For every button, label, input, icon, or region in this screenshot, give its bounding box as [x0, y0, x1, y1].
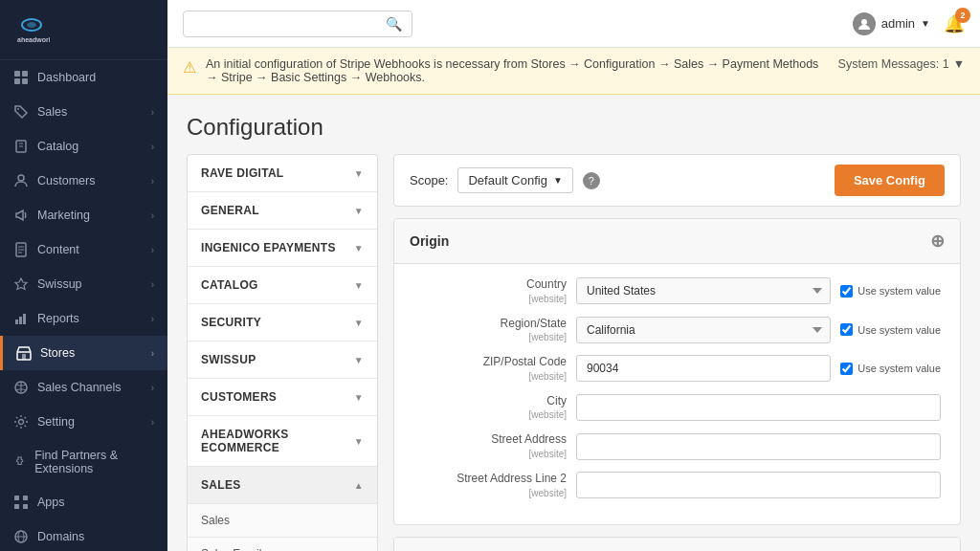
sidebar-item-label: Domains	[37, 530, 84, 543]
city-row: City [website]	[413, 394, 941, 422]
street1-input[interactable]	[576, 433, 941, 460]
street2-input[interactable]	[576, 472, 941, 498]
sidebar-item-find-partners[interactable]: Find Partners & Extensions	[0, 439, 167, 485]
city-input[interactable]	[576, 394, 941, 421]
scope-dropdown[interactable]: Default Config ▼	[457, 167, 572, 193]
scope-left: Scope: Default Config ▼ ?	[410, 167, 600, 193]
search-box[interactable]: 🔍	[183, 11, 412, 37]
chevron-right-icon: ›	[151, 210, 154, 221]
file-icon	[13, 242, 29, 257]
panel-item-rave-digital[interactable]: RAVE DIGITAL ▼	[188, 155, 377, 192]
store-icon	[16, 345, 32, 361]
panel-item-swissup[interactable]: SWISSUP ▼	[188, 342, 377, 379]
chevron-down-icon: ▼	[354, 206, 364, 216]
chevron-right-icon: ›	[151, 383, 154, 393]
config-layout: RAVE DIGITAL ▼ GENERAL ▼ INGENICO EPAYME…	[167, 154, 980, 551]
sidebar-nav: Dashboard Sales › Catalog › Customers	[0, 60, 167, 551]
save-config-button[interactable]: Save Config	[835, 165, 945, 196]
sidebar-item-apps[interactable]: Apps	[0, 485, 167, 519]
sidebar-item-stores[interactable]: Stores ›	[0, 336, 167, 370]
panel-item-aheadworks[interactable]: AHEADWORKS ECOMMERCE ▼	[188, 416, 377, 467]
chevron-down-icon: ▼	[921, 18, 930, 29]
zip-input[interactable]	[576, 355, 831, 382]
sidebar-item-label: Swissup	[37, 277, 82, 291]
country-select[interactable]: United States	[576, 277, 831, 304]
sidebar-item-customers[interactable]: Customers ›	[0, 164, 167, 198]
shipping-section-header[interactable]: Shipping Policy Parameters ⊕	[394, 538, 960, 551]
panel-sub-sales-emails[interactable]: Sales Emails	[188, 538, 377, 551]
region-control: California Use system value	[576, 317, 941, 343]
chevron-right-icon: ›	[151, 314, 154, 324]
svg-rect-26	[14, 496, 19, 500]
sidebar-item-label: Customers	[37, 174, 95, 187]
chevron-right-icon: ›	[151, 417, 154, 428]
svg-rect-7	[22, 78, 28, 84]
chevron-down-icon: ▼	[553, 175, 563, 186]
help-icon[interactable]: ?	[583, 172, 600, 189]
sidebar-item-sales[interactable]: Sales ›	[0, 95, 167, 129]
region-use-system-checkbox[interactable]	[840, 323, 853, 336]
apps-icon	[13, 495, 29, 510]
sidebar-item-domains[interactable]: Domains	[0, 519, 167, 551]
country-use-system[interactable]: Use system value	[840, 285, 941, 298]
origin-section: Origin ⊕ Country [website]	[393, 218, 961, 525]
panel-item-customers[interactable]: CUSTOMERS ▼	[188, 379, 377, 416]
panel-item-sales[interactable]: SALES ▲	[188, 467, 377, 504]
star-icon	[13, 276, 29, 292]
sidebar-item-setting[interactable]: Setting ›	[0, 405, 167, 439]
svg-point-8	[17, 108, 19, 110]
panel-item-ingenico[interactable]: INGENICO EPAYMENTS ▼	[188, 230, 377, 267]
zip-row: ZIP/Postal Code [website] Use system val…	[413, 355, 941, 383]
sidebar-item-swissup[interactable]: Swissup ›	[0, 267, 167, 301]
tag-icon	[13, 104, 29, 120]
sidebar-item-label: Stores	[40, 346, 75, 360]
page-title: Configuration	[167, 95, 980, 154]
street2-control	[576, 472, 941, 498]
street1-row: Street Address [website]	[413, 432, 941, 460]
notification-bell[interactable]: 🔔 2	[944, 13, 965, 34]
globe-icon	[13, 529, 29, 544]
region-row: Region/State [website] California Use sy…	[413, 317, 941, 344]
sidebar-item-reports[interactable]: Reports ›	[0, 301, 167, 336]
chevron-down-icon: ▼	[354, 168, 364, 179]
sidebar-item-sales-channels[interactable]: Sales Channels ›	[0, 370, 167, 405]
panel-item-catalog[interactable]: CATALOG ▼	[188, 267, 377, 304]
puzzle-icon	[13, 454, 26, 470]
chevron-up-icon: ▲	[354, 480, 364, 491]
admin-user-menu[interactable]: admin ▼	[853, 12, 930, 35]
sidebar-item-label: Find Partners & Extensions	[34, 449, 154, 475]
chevron-down-icon: ▼	[354, 436, 364, 447]
system-messages-button[interactable]: System Messages: 1 ▼	[838, 57, 965, 71]
origin-section-header[interactable]: Origin ⊕	[394, 219, 960, 264]
megaphone-icon	[13, 208, 29, 223]
admin-label: admin	[881, 16, 915, 31]
panel-item-security[interactable]: SECURITY ▼	[188, 304, 377, 342]
country-use-system-checkbox[interactable]	[840, 285, 853, 298]
panel-sub-sales[interactable]: Sales	[188, 504, 377, 538]
region-select[interactable]: California	[576, 317, 831, 343]
sidebar-item-label: Content	[37, 243, 79, 256]
zip-use-system-checkbox[interactable]	[840, 363, 853, 375]
panel-item-general[interactable]: GENERAL ▼	[188, 192, 377, 230]
region-use-system[interactable]: Use system value	[840, 323, 941, 336]
topbar-right: admin ▼ 🔔 2	[853, 12, 965, 35]
search-input[interactable]	[193, 16, 386, 31]
chevron-down-icon: ▼	[354, 355, 364, 365]
sidebar-item-content[interactable]: Content ›	[0, 232, 167, 267]
sidebar-item-catalog[interactable]: Catalog ›	[0, 129, 167, 164]
right-config-panel: Scope: Default Config ▼ ? Save Config	[393, 154, 961, 551]
sidebar-item-marketing[interactable]: Marketing ›	[0, 198, 167, 232]
sidebar-item-label: Sales	[37, 105, 67, 119]
country-row: Country [website] United States Use syst…	[413, 277, 941, 305]
left-config-panel: RAVE DIGITAL ▼ GENERAL ▼ INGENICO EPAYME…	[187, 154, 378, 551]
chevron-down-icon: ▼	[354, 392, 364, 403]
chevron-right-icon: ›	[151, 107, 154, 118]
svg-point-33	[861, 19, 867, 25]
chevron-right-icon: ›	[151, 176, 154, 187]
zip-use-system[interactable]: Use system value	[840, 363, 941, 375]
scope-label: Scope:	[410, 173, 448, 187]
street2-row: Street Address Line 2 [website]	[413, 472, 941, 499]
sidebar-item-label: Setting	[37, 415, 75, 429]
shipping-section: Shipping Policy Parameters ⊕ Apply custo…	[393, 537, 961, 551]
sidebar-item-dashboard[interactable]: Dashboard	[0, 60, 167, 95]
